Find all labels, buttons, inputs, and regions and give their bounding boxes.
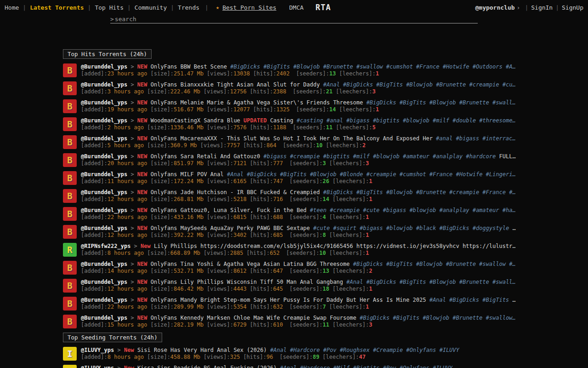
tag-link[interactable]: #analplay <box>439 207 469 213</box>
uploader-link[interactable]: @Burunddel_yps <box>81 261 127 267</box>
tag-link[interactable]: #Anal <box>346 279 363 285</box>
tag-link[interactable]: #Onlyfans <box>406 347 436 353</box>
torrent-title-link[interactable]: OnlyFans Mandy Bright Step-mom Says Her … <box>151 297 426 303</box>
uploader-link[interactable]: @ILUVY_yps <box>81 347 114 353</box>
uploader-link[interactable]: @Burunddel_yps <box>81 315 127 321</box>
tag-link[interactable]: #BigDicks <box>366 279 396 285</box>
nav-item-community[interactable]: Community <box>124 4 167 11</box>
tag-link[interactable]: #Anal <box>430 297 446 303</box>
tag-link[interactable]: #creampie <box>290 153 320 160</box>
tag-link[interactable]: #Bigtits <box>353 365 380 368</box>
tag-link[interactable]: #BigTits <box>400 99 426 106</box>
tag-link[interactable]: #amateur <box>403 153 430 160</box>
tag-link[interactable]: #Roughsex <box>340 347 370 353</box>
tag-link[interactable]: #cu… <box>503 81 516 88</box>
tag-link[interactable]: #Brunette <box>459 279 489 285</box>
torrent-title-link[interactable]: OnlyFans BBW Best Scene <box>151 63 227 70</box>
tag-link[interactable]: #Anal <box>323 81 339 88</box>
tag-link[interactable]: #Blowjob <box>293 63 320 70</box>
torrent-title-link[interactable]: Onlyfans MaySeeds AquaZay Perky PAWG BBC… <box>151 225 310 231</box>
tag-link[interactable]: #France <box>416 63 440 70</box>
uploader-link[interactable]: @Burunddel_yps <box>81 63 127 70</box>
torrent-title-link[interactable]: OnlyFans Kennedy Marksen Chloe Mae Wife … <box>151 315 356 321</box>
tag-link[interactable]: #A… <box>506 63 516 70</box>
uploader-avatar[interactable]: B <box>63 153 77 167</box>
uploader-avatar[interactable]: B <box>63 63 77 77</box>
torrent-title-link[interactable]: Onlyfans MILF POV Anal <box>151 171 224 178</box>
tag-link[interactable]: #Blowjob <box>423 315 449 321</box>
tag-link[interactable]: #cumshot <box>386 63 413 70</box>
uploader-link[interactable]: @Burunddel_yps <box>81 279 127 285</box>
torrent-title-link[interactable]: OnlyFans Bianxxxkie Tight Asian Anal Slu… <box>151 81 320 88</box>
tag-link[interactable]: #ILUVY <box>433 365 452 368</box>
tag-link[interactable]: #BigDicks <box>247 171 277 178</box>
tag-link[interactable]: #Blowjob <box>406 81 433 88</box>
site-home-link[interactable]: @mypornclub <box>475 4 514 11</box>
torrent-title-link[interactable]: Lily Phillips https://doodstream.com/e/l… <box>154 243 515 249</box>
torrent-title-link[interactable]: OnlyFans Tina Yoshi & Agatha Vega Asian … <box>151 261 350 267</box>
torrent-title-link[interactable]: Kissa Sins Roadside BG Anal Fucking (202… <box>137 365 277 368</box>
tag-link[interactable]: #BigDicks <box>353 261 383 267</box>
tag-link[interactable]: #Hotwife <box>443 63 469 70</box>
tag-link[interactable]: #threesome… <box>479 117 515 124</box>
tag-link[interactable]: #Anal <box>270 347 287 353</box>
nav-item-top-hits[interactable]: Top Hits <box>84 4 124 11</box>
tag-link[interactable]: #milf <box>353 153 370 160</box>
tag-link[interactable]: #Brunette <box>446 261 476 267</box>
uploader-link[interactable]: @Burunddel_yps <box>81 135 127 142</box>
tag-link[interactable]: #Lingeri… <box>486 171 516 178</box>
tag-link[interactable]: #interrac… <box>482 135 515 142</box>
torrent-title-link[interactable]: OnlyFans Melanie Marie & Agatha Vega Sis… <box>151 99 363 106</box>
tag-link[interactable]: #ILUVY <box>439 347 459 353</box>
tag-link[interactable]: #Blowjob <box>416 261 443 267</box>
uploader-avatar[interactable]: I <box>63 365 77 368</box>
tag-link[interactable]: #BigDicks <box>439 225 469 231</box>
tag-link[interactable]: #teen <box>310 207 327 213</box>
tag-link[interactable]: #BigTits <box>393 315 419 321</box>
tag-link[interactable]: #bigass <box>360 225 383 231</box>
tag-link[interactable]: #double <box>452 117 476 124</box>
tag-link[interactable]: #Brunette <box>416 189 446 196</box>
tag-link[interactable]: #bigass <box>383 207 407 213</box>
torrent-title-link[interactable]: OnlyFans Jade Hutchison - IR BBC Fucked … <box>151 189 320 196</box>
tag-link[interactable]: #BigDicks <box>366 99 396 106</box>
tag-link[interactable]: #milf <box>433 117 449 124</box>
tag-link[interactable]: #Brunette <box>436 81 466 88</box>
tag-link[interactable]: #Onlyfans <box>400 365 430 368</box>
tag-link[interactable]: #Blonde <box>340 171 363 178</box>
uploader-link[interactable]: @Burunddel_yps <box>81 297 127 303</box>
tag-link[interactable]: #bigtits <box>373 117 400 124</box>
tag-link[interactable]: #Blowjob <box>386 189 413 196</box>
uploader-link[interactable]: @Burunddel_yps <box>81 171 127 178</box>
tag-link[interactable]: #Hardcore <box>290 347 320 353</box>
tag-link[interactable]: #Pov <box>323 347 337 353</box>
tag-link[interactable]: #Blowjob <box>430 99 456 106</box>
torrent-title-link[interactable]: OnlyFans Gattouz0, Luna Silver, Fuck in … <box>151 207 307 213</box>
uploader-link[interactable]: @Burunddel_yps <box>81 153 127 160</box>
tag-link[interactable]: #Brunette <box>459 99 489 106</box>
tag-link[interactable]: #cumshot <box>400 171 426 178</box>
tag-link[interactable]: #swallow <box>356 63 383 70</box>
tag-link[interactable]: #swallow <box>479 261 506 267</box>
uploader-link[interactable]: @Burunddel_yps <box>81 117 127 124</box>
tag-link[interactable]: #black <box>416 225 436 231</box>
torrent-title-link[interactable]: OnlyFans MacarenaXXX - This Slut Was So … <box>151 135 433 142</box>
tag-link[interactable]: #bigass <box>346 117 370 124</box>
tag-link[interactable]: #Creampie <box>373 347 403 353</box>
tag-link[interactable]: #blowjob <box>409 207 436 213</box>
tag-link[interactable]: #France <box>430 171 453 178</box>
tag-link[interactable]: #Blowjob <box>430 279 456 285</box>
tag-link[interactable]: #Outdoors <box>473 63 503 70</box>
torrent-title-link[interactable]: Sisi Rose Has Very Hard Anal Sex (2026) <box>137 347 267 353</box>
signin-link[interactable]: SignIn <box>522 4 553 11</box>
torrent-title-link[interactable]: WoodmanCastingX Sandra Blue UPDATED Cast… <box>151 117 294 124</box>
tag-link[interactable]: #France <box>482 189 506 196</box>
tag-link[interactable]: #Milf <box>333 365 350 368</box>
uploader-link[interactable]: @Burunddel_yps <box>81 81 127 88</box>
torrent-title-link[interactable]: Onlyfans Sara Retali And Gattouz0 <box>151 153 260 160</box>
torrent-title-link[interactable]: OnlyFans Lily Phillips Wisconsin Tiff 50… <box>151 279 343 285</box>
tag-link[interactable]: #BigTits <box>400 279 426 285</box>
tag-link[interactable]: #ha… <box>503 207 516 213</box>
tag-link[interactable]: #analplay <box>433 153 463 160</box>
uploader-avatar[interactable]: I <box>63 347 77 361</box>
